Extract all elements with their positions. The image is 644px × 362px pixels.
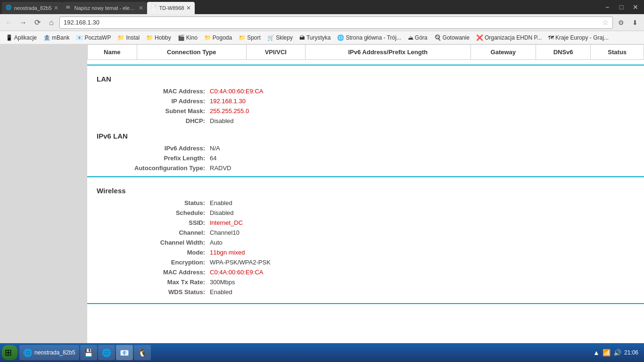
tray-arrow-icon[interactable]: ▲ xyxy=(593,349,600,356)
taskbar-item-save[interactable]: 💾 xyxy=(80,345,97,360)
wireless-txrate-row: Max Tx Rate: 300Mbps xyxy=(116,279,635,286)
tab-favicon-2: ✉ xyxy=(66,5,73,11)
bookmark-hobby[interactable]: 📁 Hobby xyxy=(143,33,174,42)
bookmark-instal[interactable]: 📁 Instal xyxy=(115,33,142,42)
menu-icon[interactable]: ⚙ xyxy=(615,16,627,29)
page-content: Name Connection Type VPI/VCI IPv6 Addres… xyxy=(87,44,644,343)
bookmark-icon-aplikacje: 📱 xyxy=(6,34,13,41)
tab-close-2[interactable]: ✕ xyxy=(139,5,143,11)
title-bar: 🌐 neostrada_82b5 ✕ ✉ Napisz nowy temat -… xyxy=(0,0,644,14)
bookmark-organizacja[interactable]: ❌ Organizacja EHDN P... xyxy=(473,33,545,42)
address-bar[interactable]: 192.168.1.30 ☆ xyxy=(59,16,613,29)
taskbar-items: 🌐 neostrada_82b5 💾 🌐 📧 🐧 xyxy=(17,345,589,360)
bookmark-strona-glowna[interactable]: 🌐 Strona główna - Trój... xyxy=(334,33,404,42)
clock-display: 21:06 xyxy=(624,349,638,356)
bookmark-mbank[interactable]: 🏦 mBank xyxy=(41,33,72,42)
bookmark-aplikacje[interactable]: 📱 Aplikacje xyxy=(3,33,40,42)
download-icon[interactable]: ⬇ xyxy=(629,16,641,29)
lan-subnet-value: 255.255.255.0 xyxy=(210,107,249,115)
bookmark-pogoda[interactable]: 📁 Pogoda xyxy=(201,33,235,42)
bookmark-turystyka[interactable]: 🏔 Turystyka xyxy=(297,33,334,42)
bookmark-icon-pocztawp: 📧 xyxy=(76,34,83,41)
browser-chrome: 🌐 neostrada_82b5 ✕ ✉ Napisz nowy temat -… xyxy=(0,0,644,44)
ipv6-lan-title: IPv6 LAN xyxy=(97,132,635,140)
divider-1 xyxy=(87,65,644,66)
wireless-width-row: Channel Width: Auto xyxy=(116,239,635,246)
wireless-status-label: Status: xyxy=(116,199,210,206)
wireless-title: Wireless xyxy=(97,187,635,195)
lan-info-table: MAC Address: C0:4A:00:60:E9:CA IP Addres… xyxy=(116,88,635,124)
bookmark-sklepy[interactable]: 🛒 Sklepy xyxy=(264,33,296,42)
bookmark-label-instal: Instal xyxy=(126,34,140,41)
home-button[interactable]: ⌂ xyxy=(45,16,58,29)
taskbar-icon-browser: 🌐 xyxy=(102,348,111,357)
address-text: 192.168.1.30 xyxy=(64,19,600,26)
bookmark-star-icon[interactable]: ☆ xyxy=(602,18,609,27)
lan-section: LAN MAC Address: C0:4A:00:60:E9:CA IP Ad… xyxy=(87,70,644,172)
wireless-width-label: Channel Width: xyxy=(116,239,210,246)
start-button[interactable]: ⊞ xyxy=(2,345,17,360)
bookmark-sport[interactable]: 📁 Sport xyxy=(236,33,264,42)
close-button[interactable]: ✕ xyxy=(629,2,642,12)
taskbar-icon-penguin: 🐧 xyxy=(138,348,147,357)
bookmark-label-sport: Sport xyxy=(247,34,261,41)
lan-ip-value: 192.168.1.30 xyxy=(210,98,246,105)
bookmark-icon-strona-glowna: 🌐 xyxy=(337,34,344,41)
wireless-mac-label: MAC Address: xyxy=(116,269,210,276)
wireless-encryption-row: Encryption: WPA-PSK/WPA2-PSK xyxy=(116,259,635,266)
wireless-section: Wireless Status: Enabled Schedule: Disab… xyxy=(87,182,644,296)
bookmark-label-organizacja: Organizacja EHDN P... xyxy=(485,34,542,41)
wireless-schedule-row: Schedule: Disabled xyxy=(116,209,635,216)
wireless-channel-row: Channel: Channel10 xyxy=(116,229,635,236)
ipv6-autoconf-label: Autoconfiguration Type: xyxy=(116,165,210,172)
bookmark-kino[interactable]: 🎬 Kino xyxy=(175,33,200,42)
lan-subnet-label: Subnet Mask: xyxy=(116,107,210,115)
bookmark-icon-gora: ⛰ xyxy=(408,34,413,41)
taskbar-item-browser[interactable]: 🌐 xyxy=(98,345,115,360)
system-tray: ▲ 📶 🔊 21:06 xyxy=(589,349,642,356)
wan-col-dnsv6: DNSv6 xyxy=(536,45,591,60)
bookmark-icon-sklepy: 🛒 xyxy=(267,34,274,41)
bookmark-label-sklepy: Sklepy xyxy=(276,34,293,41)
bookmark-icon-mbank: 🏦 xyxy=(43,34,50,41)
bookmark-gotowanie[interactable]: 🍳 Gotowanie xyxy=(431,33,472,42)
maximize-button[interactable]: □ xyxy=(615,2,628,12)
wireless-ssid-value: Internet_DC xyxy=(210,219,243,226)
lan-dhcp-value: Disabled xyxy=(210,117,234,124)
forward-button[interactable]: → xyxy=(17,16,29,29)
wireless-info-table: Status: Enabled Schedule: Disabled SSID:… xyxy=(116,199,635,296)
bookmark-icon-organizacja: ❌ xyxy=(476,34,483,41)
taskbar-item-penguin[interactable]: 🐧 xyxy=(134,345,151,360)
divider-3 xyxy=(87,303,644,304)
tab-close-3[interactable]: ✕ xyxy=(186,5,191,11)
wan-col-vpi: VPI/VCI xyxy=(247,45,305,60)
wan-col-name: Name xyxy=(88,45,137,60)
tray-volume-icon[interactable]: 🔊 xyxy=(613,349,621,356)
bookmark-icon-turystyka: 🏔 xyxy=(299,34,305,41)
bookmark-pocztawp[interactable]: 📧 PocztaWP xyxy=(73,33,114,42)
bookmark-kraje[interactable]: 🗺 Kraje Europy - Graj... xyxy=(545,33,611,42)
bookmark-gora[interactable]: ⛰ Góra xyxy=(405,33,430,42)
wireless-schedule-value: Disabled xyxy=(210,209,234,216)
back-button[interactable]: ← xyxy=(3,16,15,29)
tab-email[interactable]: ✉ Napisz nowy temat - elektr... ✕ xyxy=(62,2,147,14)
minimize-button[interactable]: − xyxy=(601,2,614,12)
nav-bar: ← → ⟳ ⌂ 192.168.1.30 ☆ ⚙ ⬇ xyxy=(0,14,644,31)
taskbar-icon-save: 💾 xyxy=(84,348,93,357)
taskbar-item-email[interactable]: 📧 xyxy=(116,345,133,360)
reload-button[interactable]: ⟳ xyxy=(31,16,43,29)
tab-neostrada[interactable]: 🌐 neostrada_82b5 ✕ xyxy=(2,2,62,14)
bookmark-label-pocztawp: PocztaWP xyxy=(84,34,111,41)
tab-title-1: neostrada_82b5 xyxy=(14,5,52,11)
wireless-wds-row: WDS Status: Enabled xyxy=(116,288,635,296)
tray-network-icon[interactable]: 📶 xyxy=(603,349,611,356)
bookmarks-bar: 📱 Aplikacje 🏦 mBank 📧 PocztaWP 📁 Instal … xyxy=(0,31,644,44)
tab-router[interactable]: 📄 TD-W8968 ✕ xyxy=(147,2,195,14)
wireless-status-value: Enabled xyxy=(210,199,232,206)
bookmark-label-gotowanie: Gotowanie xyxy=(443,34,470,41)
taskbar-icon-neostrada: 🌐 xyxy=(23,348,33,357)
tab-close-1[interactable]: ✕ xyxy=(54,5,58,11)
wan-table: Name Connection Type VPI/VCI IPv6 Addres… xyxy=(87,44,644,60)
taskbar-item-neostrada[interactable]: 🌐 neostrada_82b5 xyxy=(19,345,79,360)
taskbar: ⊞ 🌐 neostrada_82b5 💾 🌐 📧 🐧 ▲ 📶 🔊 21:06 xyxy=(0,343,644,362)
